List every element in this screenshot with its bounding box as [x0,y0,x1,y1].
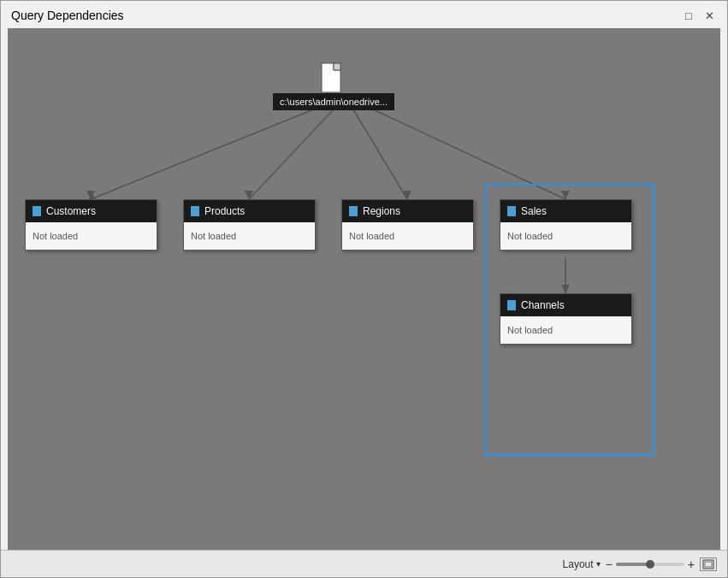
window-title: Query Dependencies [11,9,124,22]
node-customers-icon [33,206,41,216]
svg-marker-6 [245,191,253,199]
node-customers: Customers Not loaded [25,199,157,251]
dependency-canvas: c:\users\admin\onedrive... Customers Not… [8,28,720,550]
zoom-controls: − + [606,557,695,571]
zoom-in-button[interactable]: + [688,557,695,571]
svg-rect-13 [705,562,712,567]
node-channels-label: Channels [521,299,565,311]
svg-rect-11 [334,63,340,70]
zoom-slider[interactable] [616,563,684,566]
title-bar: Query Dependencies □ ✕ [1,1,727,28]
node-channels-icon [507,300,516,310]
root-node: c:\users\admin\onedrive... [273,62,394,110]
layout-button[interactable]: Layout ▾ [563,558,601,570]
node-sales-label: Sales [521,205,547,217]
node-channels: Channels Not loaded [500,293,632,345]
node-sales: Sales Not loaded [500,199,632,251]
node-regions-icon [349,206,358,216]
node-products-status: Not loaded [184,222,315,250]
fit-to-window-button[interactable] [700,557,717,571]
node-customers-label: Customers [46,205,96,217]
close-button[interactable]: ✕ [701,8,717,23]
node-channels-status: Not loaded [500,316,631,344]
node-channels-header: Channels [500,294,631,316]
node-regions-header: Regions [342,200,473,222]
fit-icon [702,559,714,569]
toolbar: Layout ▾ − + [1,550,727,577]
node-regions: Regions Not loaded [341,199,474,251]
file-icon [321,62,346,93]
title-bar-controls: □ ✕ [681,8,717,23]
node-regions-status: Not loaded [342,222,473,250]
svg-line-0 [91,97,346,199]
zoom-thumb [646,560,654,569]
svg-marker-8 [561,191,570,199]
node-products-header: Products [184,200,315,222]
layout-label: Layout [563,558,594,570]
window: Query Dependencies □ ✕ [0,0,728,578]
node-regions-label: Regions [363,205,400,217]
svg-line-1 [249,97,346,199]
svg-marker-5 [86,191,95,199]
zoom-out-button[interactable]: − [606,557,613,571]
node-sales-header: Sales [500,200,631,222]
node-products-label: Products [204,205,245,217]
node-products: Products Not loaded [183,199,316,251]
svg-line-3 [346,97,565,199]
svg-marker-7 [403,191,411,199]
root-node-label: c:\users\admin\onedrive... [273,93,394,110]
node-customers-header: Customers [26,200,157,222]
svg-line-2 [346,97,407,199]
layout-dropdown-icon: ▾ [596,559,601,569]
svg-marker-9 [561,285,570,293]
node-sales-icon [507,206,516,216]
node-customers-status: Not loaded [26,222,157,250]
maximize-button[interactable]: □ [681,8,696,23]
node-sales-status: Not loaded [500,222,631,250]
node-products-icon [191,206,199,216]
